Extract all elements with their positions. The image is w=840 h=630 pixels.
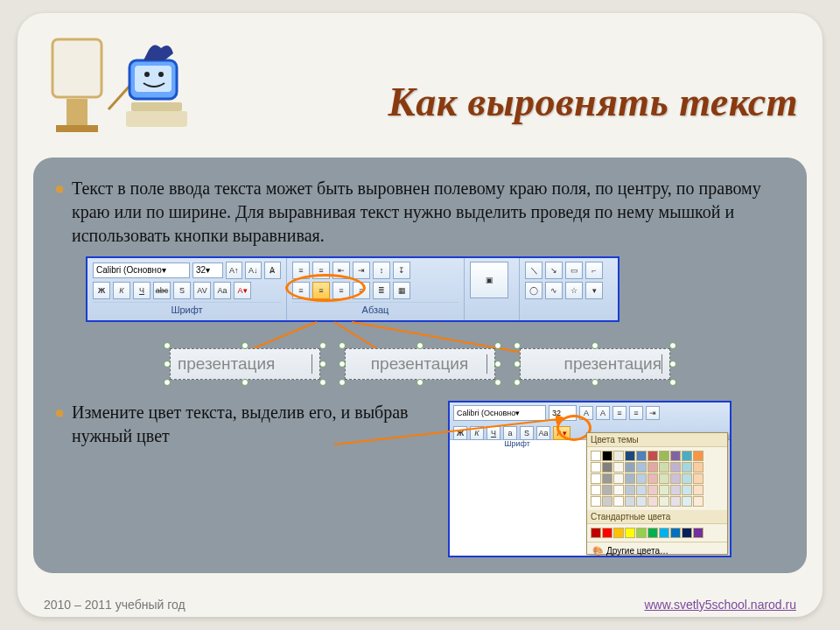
color-swatch[interactable] — [591, 485, 601, 495]
color-swatch[interactable] — [648, 462, 658, 472]
color-swatch[interactable] — [591, 528, 601, 538]
color-swatch[interactable] — [591, 462, 601, 472]
font-size-combo[interactable]: 32 ▾ — [192, 262, 223, 278]
color-swatch[interactable] — [670, 496, 681, 507]
color-swatch[interactable] — [670, 473, 681, 484]
clear-format-button[interactable]: A̷ — [264, 262, 281, 279]
cp-numbers-button[interactable]: ≡ — [629, 406, 643, 420]
color-swatch[interactable] — [659, 473, 669, 484]
color-swatch[interactable] — [648, 528, 658, 538]
color-swatch[interactable] — [693, 462, 704, 472]
color-swatch[interactable] — [636, 496, 647, 507]
font-color-button[interactable]: A▾ — [234, 282, 251, 299]
shape-line-icon[interactable]: ＼ — [525, 262, 542, 279]
color-swatch[interactable] — [659, 496, 669, 507]
color-swatch[interactable] — [682, 473, 692, 484]
cp-bullets-button[interactable]: ≡ — [612, 406, 626, 420]
more-colors-item[interactable]: 🎨 Другие цвета… — [587, 542, 727, 557]
color-swatch[interactable] — [670, 462, 681, 472]
color-swatch[interactable] — [659, 451, 669, 461]
columns-button[interactable]: ≣ — [373, 282, 390, 299]
color-swatch[interactable] — [636, 462, 647, 472]
color-swatch[interactable] — [682, 451, 692, 461]
color-swatch[interactable] — [613, 496, 624, 507]
italic-button[interactable]: К — [113, 282, 130, 299]
shape-curve-icon[interactable]: ∿ — [545, 282, 563, 299]
slide-title: Как выровнять текст — [388, 79, 798, 125]
color-swatch[interactable] — [682, 496, 692, 507]
color-swatch[interactable] — [670, 485, 681, 495]
color-swatch[interactable] — [636, 451, 647, 461]
color-swatch[interactable] — [670, 528, 681, 538]
color-swatch[interactable] — [625, 473, 635, 484]
shape-elbow-icon[interactable]: ⌐ — [585, 262, 603, 279]
theme-colors-grid[interactable] — [587, 447, 727, 510]
color-swatch[interactable] — [648, 473, 658, 484]
bold-button[interactable]: Ж — [93, 282, 110, 299]
color-swatch[interactable] — [682, 462, 692, 472]
example-right-align: презентация — [520, 348, 670, 380]
color-swatch[interactable] — [648, 485, 658, 495]
color-swatch[interactable] — [591, 473, 601, 484]
color-swatch[interactable] — [602, 462, 612, 472]
strike-button[interactable]: abc — [153, 282, 171, 299]
shape-oval-icon[interactable]: ◯ — [525, 282, 542, 299]
cp-indent-button[interactable]: ⇥ — [646, 406, 660, 420]
color-swatch[interactable] — [602, 485, 612, 495]
color-swatch[interactable] — [591, 496, 601, 507]
color-swatch[interactable] — [659, 462, 669, 472]
color-swatch[interactable] — [625, 462, 635, 472]
cp-header-theme: Цвета темы — [587, 433, 727, 447]
color-swatch[interactable] — [613, 528, 624, 538]
shape-star-icon[interactable]: ☆ — [565, 282, 583, 299]
color-swatch[interactable] — [636, 528, 647, 538]
underline-button[interactable]: Ч — [133, 282, 150, 299]
color-swatch[interactable] — [693, 451, 704, 461]
color-swatch[interactable] — [602, 451, 612, 461]
color-swatch[interactable] — [591, 451, 601, 461]
footer-link[interactable]: www.svetly5school.narod.ru — [644, 598, 796, 612]
shadow-button[interactable]: S — [173, 282, 191, 299]
color-swatch[interactable] — [613, 485, 624, 495]
color-swatch[interactable] — [602, 496, 612, 507]
color-swatch[interactable] — [613, 462, 624, 472]
color-swatch[interactable] — [659, 528, 669, 538]
smartart-button[interactable]: ▦ — [393, 282, 410, 299]
color-swatch[interactable] — [602, 473, 612, 484]
color-swatch[interactable] — [659, 485, 669, 495]
color-swatch[interactable] — [693, 528, 704, 538]
color-swatch[interactable] — [670, 451, 681, 461]
color-swatch[interactable] — [636, 485, 647, 495]
change-case-button[interactable]: Aa — [214, 282, 231, 299]
color-swatch[interactable] — [693, 496, 704, 507]
color-swatch[interactable] — [625, 485, 635, 495]
color-swatch[interactable] — [625, 496, 635, 507]
indent-inc-button[interactable]: ⇥ — [353, 262, 370, 279]
shape-more-icon[interactable]: ▾ — [585, 282, 603, 299]
shape-rect-icon[interactable]: ▭ — [565, 262, 583, 279]
arrange-button[interactable]: ▣ — [470, 262, 508, 298]
shrink-font-button[interactable]: A↓ — [245, 262, 262, 279]
color-swatch[interactable] — [602, 528, 612, 538]
color-swatch[interactable] — [693, 485, 704, 495]
color-swatch[interactable] — [693, 473, 704, 484]
row-color: ● Измените цвет текста, выделив его, и в… — [54, 401, 786, 557]
text-direction-button[interactable]: ↧ — [393, 262, 410, 279]
cp-shrink-button[interactable]: A — [596, 406, 610, 420]
color-swatch[interactable] — [648, 451, 658, 461]
color-swatch[interactable] — [636, 473, 647, 484]
cp-font-combo[interactable]: Calibri (Основно ▾ — [453, 405, 546, 421]
line-spacing-button[interactable]: ↕ — [373, 262, 390, 279]
color-swatch[interactable] — [682, 528, 692, 538]
color-swatch[interactable] — [625, 451, 635, 461]
shape-arrow-icon[interactable]: ↘ — [545, 262, 563, 279]
standard-colors-grid[interactable] — [587, 524, 727, 542]
font-family-combo[interactable]: Calibri (Основно ▾ — [93, 262, 190, 278]
color-swatch[interactable] — [613, 473, 624, 484]
char-spacing-button[interactable]: AV — [193, 282, 211, 299]
color-swatch[interactable] — [682, 485, 692, 495]
color-swatch[interactable] — [625, 528, 635, 538]
grow-font-button[interactable]: A↑ — [226, 262, 242, 279]
color-swatch[interactable] — [648, 496, 658, 507]
color-swatch[interactable] — [613, 451, 624, 461]
